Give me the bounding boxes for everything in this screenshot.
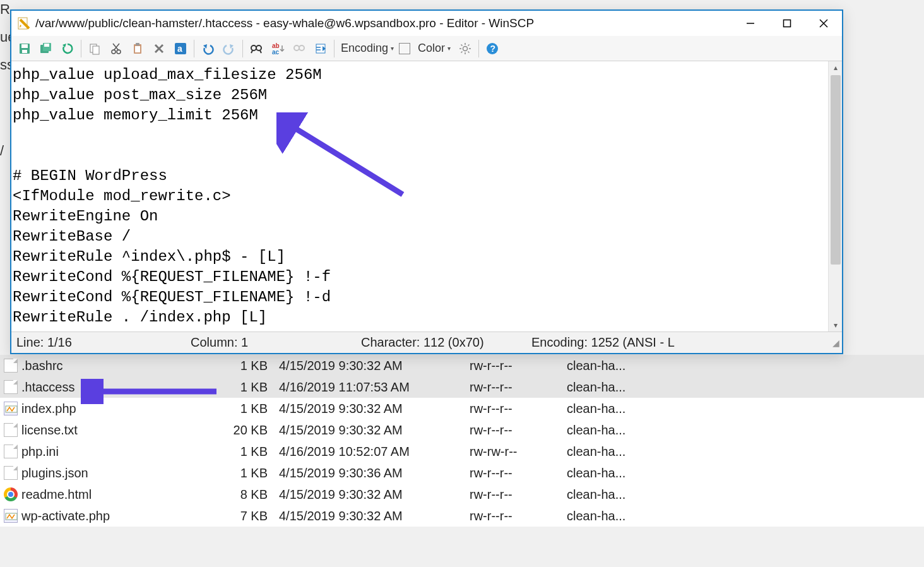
file-icon	[4, 445, 18, 458]
vertical-scrollbar[interactable]: ▴ ▾	[828, 61, 842, 331]
file-name: php.ini	[21, 445, 223, 459]
select-all-button[interactable]: a	[171, 39, 190, 58]
file-owner: clean-ha...	[545, 402, 625, 416]
maximize-button[interactable]	[769, 11, 805, 36]
file-name: index.php	[21, 402, 223, 416]
file-name: plugins.json	[21, 466, 223, 480]
reload-button[interactable]	[58, 39, 77, 58]
file-perms: rw-r--r--	[451, 402, 545, 416]
status-encoding: Encoding: 1252 (ANSI - L	[526, 335, 831, 350]
find-next-button[interactable]	[290, 39, 309, 58]
svg-line-41	[468, 51, 470, 52]
file-perms: rw-r--r--	[451, 466, 545, 480]
svg-rect-9	[22, 50, 27, 53]
save-all-button[interactable]	[37, 39, 56, 58]
file-icon	[4, 423, 18, 437]
editor-window: /var/www/public/clean-hamster/.htaccess …	[10, 9, 843, 354]
replace-button[interactable]: abac	[268, 39, 287, 58]
chevron-down-icon: ▾	[391, 45, 394, 52]
svg-point-35	[463, 46, 468, 51]
chrome-icon	[4, 487, 18, 501]
file-size: 8 KB	[223, 487, 268, 502]
delete-button[interactable]	[150, 39, 169, 58]
toolbar: a abac Encoding▾ Color▾ ?	[11, 36, 842, 61]
chevron-down-icon: ▾	[447, 45, 451, 52]
php-icon	[4, 402, 18, 415]
svg-point-33	[299, 45, 304, 51]
file-row[interactable]: wp-activate.php7 KB4/15/2019 9:30:32 AMr…	[0, 505, 924, 527]
file-name: readme.html	[21, 487, 223, 502]
goto-line-button[interactable]	[311, 39, 330, 58]
file-name: wp-activate.php	[21, 509, 223, 523]
scroll-down-icon[interactable]: ▾	[834, 319, 838, 331]
file-date: 4/15/2019 9:30:32 AM	[268, 509, 451, 523]
editor-body: php_value upload_max_filesize 256M php_v…	[11, 61, 842, 331]
svg-point-27	[256, 45, 261, 51]
file-size: 7 KB	[223, 509, 268, 523]
scroll-up-icon[interactable]: ▴	[834, 61, 838, 74]
file-row[interactable]: .htaccess1 KB4/16/2019 11:07:53 AMrw-r--…	[0, 376, 924, 398]
file-perms: rw-rw-r--	[451, 445, 545, 459]
editor-textarea[interactable]: php_value upload_max_filesize 256M php_v…	[11, 61, 828, 331]
save-button[interactable]	[15, 39, 34, 58]
file-date: 4/15/2019 9:30:32 AM	[268, 423, 451, 438]
file-row[interactable]: plugins.json1 KB4/15/2019 9:30:36 AMrw-r…	[0, 462, 924, 484]
file-icon	[4, 359, 18, 373]
file-owner: clean-ha...	[545, 359, 625, 373]
svg-rect-1	[6, 513, 17, 520]
help-button[interactable]: ?	[483, 39, 502, 58]
file-size: 1 KB	[223, 380, 268, 395]
file-date: 4/16/2019 10:52:07 AM	[268, 445, 451, 459]
settings-button[interactable]	[456, 39, 475, 58]
svg-rect-12	[44, 44, 49, 47]
scrollbar-thumb[interactable]	[831, 75, 841, 265]
redo-button[interactable]	[220, 39, 239, 58]
file-row[interactable]: license.txt20 KB4/15/2019 9:30:32 AMrw-r…	[0, 419, 924, 441]
window-title: /var/www/public/clean-hamster/.htaccess …	[35, 16, 534, 30]
file-row[interactable]: readme.html8 KB4/15/2019 9:30:32 AMrw-r-…	[0, 484, 924, 505]
file-row[interactable]: .bashrc1 KB4/15/2019 9:30:32 AMrw-r--r--…	[0, 355, 924, 376]
status-line: Line: 1/16	[11, 335, 186, 350]
encoding-dropdown[interactable]: Encoding▾	[338, 42, 396, 55]
file-size: 20 KB	[223, 423, 268, 438]
file-size: 1 KB	[223, 466, 268, 480]
undo-button[interactable]	[198, 39, 217, 58]
color-dropdown[interactable]: Color▾	[415, 42, 453, 55]
close-button[interactable]	[805, 11, 842, 36]
find-button[interactable]	[247, 39, 266, 58]
file-date: 4/15/2019 9:30:32 AM	[268, 487, 451, 502]
cut-button[interactable]	[107, 39, 126, 58]
file-size: 1 KB	[223, 445, 268, 459]
file-icon	[4, 380, 18, 394]
color-checkbox[interactable]	[399, 43, 410, 54]
file-list[interactable]: .bashrc1 KB4/15/2019 9:30:32 AMrw-r--r--…	[0, 355, 924, 527]
file-perms: rw-r--r--	[451, 509, 545, 523]
file-row[interactable]: php.ini1 KB4/16/2019 10:52:07 AMrw-rw-r-…	[0, 441, 924, 462]
app-icon	[16, 16, 30, 32]
svg-text:?: ?	[490, 44, 496, 54]
svg-rect-0	[6, 406, 17, 412]
svg-point-26	[251, 45, 256, 51]
file-row[interactable]: index.php1 KB4/15/2019 9:30:32 AMrw-r--r…	[0, 398, 924, 419]
resize-grip-icon[interactable]: ◢	[831, 338, 842, 348]
file-owner: clean-ha...	[545, 423, 625, 438]
svg-rect-20	[136, 43, 139, 45]
paste-button[interactable]	[128, 39, 147, 58]
file-size: 1 KB	[223, 359, 268, 373]
svg-line-28	[251, 51, 252, 53]
file-perms: rw-r--r--	[451, 423, 545, 438]
file-name: .bashrc	[21, 359, 223, 373]
svg-rect-14	[93, 46, 99, 54]
file-date: 4/15/2019 9:30:32 AM	[268, 359, 451, 373]
svg-rect-8	[21, 44, 28, 48]
minimize-button[interactable]	[732, 11, 769, 36]
svg-point-32	[294, 45, 299, 51]
file-owner: clean-ha...	[545, 445, 625, 459]
status-column: Column: 1	[186, 335, 356, 350]
svg-text:a: a	[177, 44, 182, 54]
copy-button[interactable]	[85, 39, 104, 58]
file-name: .htaccess	[21, 380, 223, 395]
svg-line-42	[461, 51, 463, 52]
status-character: Character: 112 (0x70)	[356, 335, 526, 350]
titlebar[interactable]: /var/www/public/clean-hamster/.htaccess …	[11, 11, 842, 36]
